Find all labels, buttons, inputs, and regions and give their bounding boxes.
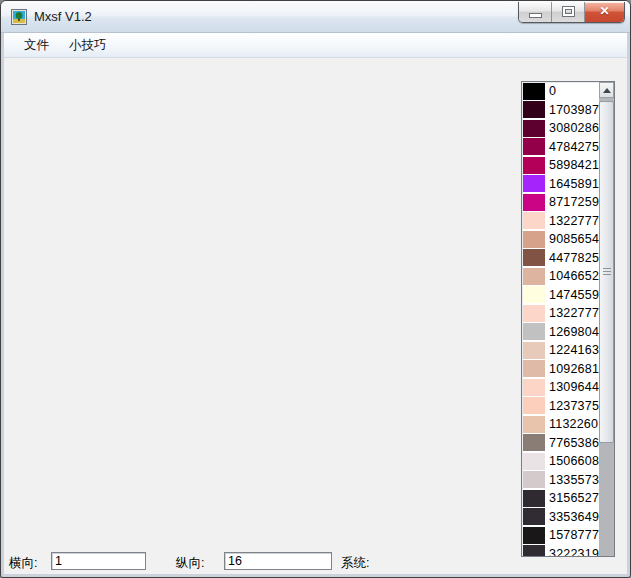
legend-value: 3222319 xyxy=(549,547,599,557)
legend-color-swatch xyxy=(523,490,545,507)
legend-row[interactable]: 9085654 xyxy=(522,230,599,249)
legend-color-swatch xyxy=(523,231,545,248)
legend-color-swatch xyxy=(523,157,545,174)
legend-color-swatch xyxy=(523,397,545,414)
menu-bar: 文件 小技巧 xyxy=(4,33,627,58)
scrollbar-grip-icon xyxy=(603,268,611,276)
legend-color-swatch xyxy=(523,508,545,525)
legend-color-swatch xyxy=(523,305,545,322)
vertical-label: 纵向: xyxy=(176,555,204,572)
legend-value: 10466525 xyxy=(549,269,606,283)
legend-list: 0 1703987 3080286 4784275 5898421 164589… xyxy=(522,82,599,557)
maximize-icon xyxy=(563,7,574,16)
system-label: 系统: xyxy=(341,555,369,572)
legend-value: 16458917 xyxy=(549,177,606,191)
legend-value: 10926815 xyxy=(549,362,606,376)
legend-row[interactable]: 7765386 xyxy=(522,434,599,453)
close-icon: ✕ xyxy=(585,4,624,18)
legend-color-swatch xyxy=(523,416,545,433)
legend-row[interactable]: 1703987 xyxy=(522,101,599,120)
legend-row[interactable]: 11322601 xyxy=(522,415,599,434)
horizontal-input[interactable] xyxy=(51,552,146,570)
title-bar[interactable]: Mxsf V1.2 ✕ xyxy=(1,1,630,33)
maximize-button[interactable] xyxy=(552,2,585,22)
menu-item-tips[interactable]: 小技巧 xyxy=(61,34,115,57)
legend-row[interactable]: 4784275 xyxy=(522,138,599,157)
legend-color-swatch xyxy=(523,101,545,118)
legend-value: 1703987 xyxy=(549,103,599,117)
legend-value: 5898421 xyxy=(549,158,599,172)
legend-value: 7765386 xyxy=(549,436,599,450)
legend-value: 9085654 xyxy=(549,232,599,246)
legend-color-swatch xyxy=(523,471,545,488)
legend-value: 13096444 xyxy=(549,380,606,394)
legend-row[interactable]: 12373756 xyxy=(522,397,599,416)
legend-row[interactable]: 10466525 xyxy=(522,267,599,286)
legend-color-swatch xyxy=(523,249,545,266)
legend-color-swatch xyxy=(523,268,545,285)
legend-row[interactable]: 3156527 xyxy=(522,489,599,508)
legend-color-swatch xyxy=(523,527,545,544)
legend-row[interactable]: 14745599 xyxy=(522,286,599,305)
legend-row[interactable]: 4477825 xyxy=(522,249,599,268)
legend-color-swatch xyxy=(523,83,545,100)
menu-item-file[interactable]: 文件 xyxy=(16,34,57,57)
legend-value: 13227772 xyxy=(549,214,606,228)
legend-row[interactable]: 13096444 xyxy=(522,378,599,397)
legend-color-swatch xyxy=(523,323,545,340)
color-legend-listbox[interactable]: 0 1703987 3080286 4784275 5898421 164589… xyxy=(521,81,615,557)
horizontal-label: 横向: xyxy=(9,555,37,572)
legend-scrollbar[interactable] xyxy=(599,82,614,556)
legend-value: 13227772 xyxy=(549,306,606,320)
legend-row[interactable]: 3222319 xyxy=(522,545,599,558)
legend-color-swatch xyxy=(523,138,545,155)
close-button[interactable]: ✕ xyxy=(585,2,624,22)
legend-value: 12241639 xyxy=(549,343,606,357)
scrollbar-thumb[interactable] xyxy=(599,101,614,443)
legend-row[interactable]: 0 xyxy=(522,82,599,101)
legend-row[interactable]: 3353649 xyxy=(522,508,599,527)
legend-row[interactable]: 1578777 xyxy=(522,526,599,545)
legend-row[interactable]: 16458917 xyxy=(522,175,599,194)
legend-color-swatch xyxy=(523,545,545,557)
legend-value: 14745599 xyxy=(549,288,606,302)
legend-value: 3353649 xyxy=(549,510,599,524)
legend-color-swatch xyxy=(523,175,545,192)
legend-color-swatch xyxy=(523,212,545,229)
legend-color-swatch xyxy=(523,453,545,470)
legend-color-swatch xyxy=(523,379,545,396)
legend-value: 12698049 xyxy=(549,325,606,339)
window-title: Mxsf V1.2 xyxy=(34,1,92,33)
vertical-input[interactable] xyxy=(224,552,332,570)
legend-color-swatch xyxy=(523,434,545,451)
window-controls: ✕ xyxy=(518,2,625,23)
legend-row[interactable]: 8717259 xyxy=(522,193,599,212)
legend-row[interactable]: 15066089 xyxy=(522,452,599,471)
legend-row[interactable]: 10926815 xyxy=(522,360,599,379)
legend-value: 11322601 xyxy=(549,417,605,431)
legend-value: 4784275 xyxy=(549,140,599,154)
client-area: 0 1703987 3080286 4784275 5898421 164589… xyxy=(4,58,627,573)
legend-color-swatch xyxy=(523,342,545,359)
minimize-icon xyxy=(530,14,541,17)
legend-value: 3080286 xyxy=(549,121,599,135)
legend-row[interactable]: 12241639 xyxy=(522,341,599,360)
legend-value: 4477825 xyxy=(549,251,599,265)
legend-row[interactable]: 3080286 xyxy=(522,119,599,138)
legend-row[interactable]: 13227772 xyxy=(522,212,599,231)
legend-color-swatch xyxy=(523,286,545,303)
app-icon xyxy=(11,9,27,25)
legend-row[interactable]: 5898421 xyxy=(522,156,599,175)
legend-row[interactable]: 13355732 xyxy=(522,471,599,490)
legend-value: 1578777 xyxy=(549,528,599,542)
legend-value: 3156527 xyxy=(549,491,599,505)
minimize-button[interactable] xyxy=(519,2,552,22)
legend-color-swatch xyxy=(523,120,545,137)
legend-value: 12373756 xyxy=(549,399,606,413)
scrollbar-up-arrow[interactable] xyxy=(599,82,614,98)
legend-row[interactable]: 13227772 xyxy=(522,304,599,323)
legend-value: 0 xyxy=(549,84,556,98)
app-window: Mxsf V1.2 ✕ 文件 小技巧 0 1703987 3080286 478… xyxy=(0,0,631,578)
legend-color-swatch xyxy=(523,194,545,211)
legend-row[interactable]: 12698049 xyxy=(522,323,599,342)
